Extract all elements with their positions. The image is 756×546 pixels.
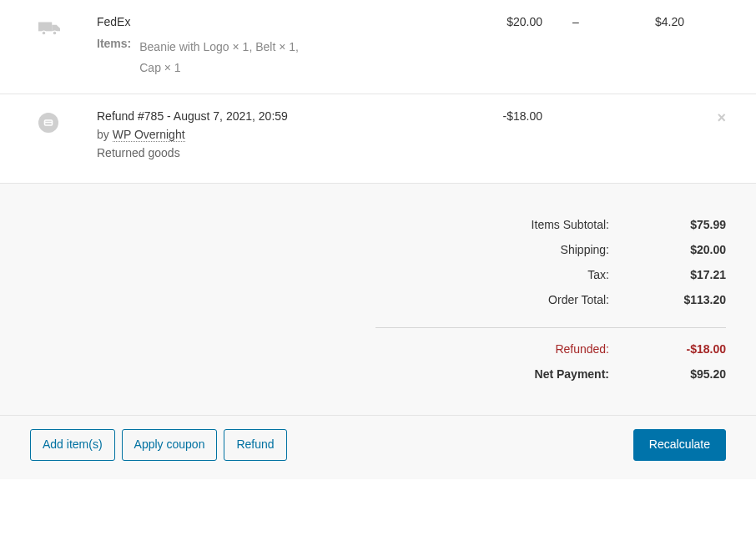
refund-by-user[interactable]: WP Overnight xyxy=(113,128,185,142)
subtotal-label: Items Subtotal: xyxy=(442,218,609,231)
refund-reason: Returned goods xyxy=(97,146,442,159)
recalculate-button[interactable]: Recalculate xyxy=(633,429,726,461)
svg-point-2 xyxy=(53,31,57,35)
shipping-dash: – xyxy=(542,15,609,28)
total-row-tax: Tax: $17.21 xyxy=(375,262,726,287)
shipping-method: FedEx xyxy=(97,15,442,28)
refund-icon xyxy=(38,113,58,133)
refund-line-row: Refund #785 - August 7, 2021, 20:59 by W… xyxy=(0,94,756,184)
refunded-value: -$18.00 xyxy=(609,342,726,356)
refund-icon-col xyxy=(38,109,97,133)
shipping-items-line: Items: Beanie with Logo × 1, Belt × 1, C… xyxy=(97,37,442,78)
refunded-label: Refunded: xyxy=(442,342,609,356)
tax-total-label: Tax: xyxy=(442,268,609,281)
shipping-total-label: Shipping: xyxy=(442,243,609,256)
refund-desc: Refund #785 - August 7, 2021, 20:59 by W… xyxy=(97,109,442,159)
refund-delete[interactable]: × xyxy=(684,109,726,127)
refund-by-line: by WP Overnight xyxy=(97,128,442,141)
total-row-shipping: Shipping: $20.00 xyxy=(375,237,726,262)
refund-amount: -$18.00 xyxy=(442,109,542,123)
svg-rect-0 xyxy=(38,23,52,32)
subtotal-value: $75.99 xyxy=(609,218,726,231)
shipping-tax: $4.20 xyxy=(609,15,684,28)
total-row-net: Net Payment: $95.20 xyxy=(375,361,726,387)
refund-button[interactable]: Refund xyxy=(224,429,286,461)
shipping-icon-col xyxy=(38,15,97,39)
net-value: $95.20 xyxy=(609,367,726,381)
total-row-refunded: Refunded: -$18.00 xyxy=(375,336,726,361)
close-icon: × xyxy=(717,109,726,126)
order-actions-bar: Add item(s) Apply coupon Refund Recalcul… xyxy=(0,416,756,479)
shipping-amount: $20.00 xyxy=(442,15,542,28)
shipping-total-value: $20.00 xyxy=(609,243,726,256)
add-items-button[interactable]: Add item(s) xyxy=(30,429,115,461)
total-row-order-total: Order Total: $113.20 xyxy=(375,287,726,312)
order-total-value: $113.20 xyxy=(609,293,726,306)
order-totals-panel: Items Subtotal: $75.99 Shipping: $20.00 … xyxy=(0,184,756,416)
net-label: Net Payment: xyxy=(442,367,609,381)
order-total-label: Order Total: xyxy=(442,293,609,306)
apply-coupon-button[interactable]: Apply coupon xyxy=(122,429,218,461)
svg-point-1 xyxy=(42,31,46,35)
totals-divider xyxy=(375,327,726,328)
shipping-items-label: Items: xyxy=(97,37,131,78)
refund-title: Refund #785 - August 7, 2021, 20:59 xyxy=(97,109,442,123)
truck-icon xyxy=(38,26,60,39)
refund-by-prefix: by xyxy=(97,128,113,141)
tax-total-value: $17.21 xyxy=(609,268,726,281)
shipping-line-row: FedEx Items: Beanie with Logo × 1, Belt … xyxy=(0,0,756,94)
shipping-desc: FedEx Items: Beanie with Logo × 1, Belt … xyxy=(97,15,442,78)
total-row-subtotal: Items Subtotal: $75.99 xyxy=(375,212,726,237)
shipping-items-value: Beanie with Logo × 1, Belt × 1, Cap × 1 xyxy=(139,37,315,78)
